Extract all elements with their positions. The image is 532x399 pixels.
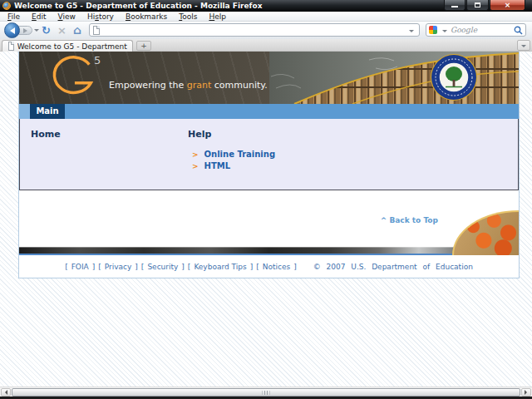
- menu-bookmarks[interactable]: Bookmarks: [120, 12, 173, 22]
- nav-bar-segment: [19, 104, 30, 119]
- maximize-icon: [475, 2, 480, 7]
- list-all-tabs-button[interactable]: [517, 40, 530, 51]
- tab-welcome-g5[interactable]: Welcome to G5 - Department of Edu...: [2, 40, 133, 52]
- url-input[interactable]: [103, 25, 406, 35]
- bracket: [: [141, 263, 145, 271]
- department-of-education-seal-icon: [431, 54, 477, 101]
- reload-button[interactable]: ↻: [42, 23, 51, 37]
- scroll-left-button[interactable]: [1, 388, 11, 397]
- bracket: ]: [250, 263, 254, 271]
- tab-bar: Welcome to G5 - Department of Edu... +: [0, 39, 532, 52]
- menu-tools[interactable]: Tools: [173, 12, 203, 22]
- menu-bar: File Edit View History Bookmarks Tools H…: [0, 12, 532, 22]
- google-icon: [429, 26, 437, 34]
- horizontal-scrollbar[interactable]: [0, 387, 532, 397]
- bracket: ]: [92, 263, 96, 271]
- site-nav-bar: Main: [19, 104, 519, 119]
- scroll-right-button[interactable]: [521, 388, 531, 397]
- footer-link-privacy[interactable]: Privacy: [105, 263, 132, 271]
- scroll-right-icon: [525, 390, 530, 395]
- link-online-training[interactable]: >Online Training: [192, 150, 275, 159]
- page-viewport: 5 Empowering the grant community.: [0, 52, 532, 387]
- bracket: [: [256, 263, 259, 271]
- bracket: [: [98, 263, 101, 271]
- g5-banner: 5 Empowering the grant community.: [19, 52, 519, 104]
- close-button[interactable]: ×: [490, 0, 525, 11]
- new-tab-button[interactable]: +: [136, 41, 151, 51]
- arrow-bullet-icon: >: [192, 162, 199, 170]
- help-heading: Help: [188, 129, 211, 140]
- bracket: [: [65, 263, 68, 271]
- content-panel: Home Help >Online Training >HTML: [19, 119, 519, 190]
- metal-divider-strip: [19, 247, 519, 254]
- minimize-icon: [451, 6, 458, 7]
- site-favicon-icon: [93, 26, 100, 35]
- menu-file[interactable]: File: [2, 12, 26, 22]
- tab-favicon-icon: [8, 42, 14, 51]
- g5-logo-icon: [49, 54, 97, 102]
- history-dropdown-icon[interactable]: [34, 29, 39, 34]
- footer-link-security[interactable]: Security: [147, 263, 178, 271]
- menu-edit[interactable]: Edit: [26, 12, 52, 22]
- search-engine-dropdown-icon[interactable]: [442, 30, 447, 35]
- footer-link-notices[interactable]: Notices: [263, 263, 290, 271]
- chevron-down-icon: [521, 45, 526, 50]
- bracket: ]: [181, 263, 185, 271]
- copyright-text: © 2007 U.S. Department of Education: [313, 263, 473, 271]
- g5-logo-sup: 5: [94, 54, 101, 66]
- url-dropdown-icon[interactable]: [409, 30, 414, 35]
- bracket: [: [188, 263, 191, 271]
- window-title: Welcome to G5 - Department of Education …: [14, 2, 263, 10]
- footer-link-keyboard-tips[interactable]: Keyboard Tips: [194, 263, 246, 271]
- search-bar[interactable]: [426, 23, 526, 37]
- scrollbar-grip-icon: [263, 391, 270, 395]
- firefox-icon: [2, 2, 11, 10]
- close-icon: ×: [505, 1, 511, 10]
- maximize-button[interactable]: [466, 0, 489, 11]
- menu-history[interactable]: History: [81, 12, 120, 22]
- forward-button[interactable]: [18, 26, 32, 35]
- banner-photo-collage: [269, 52, 519, 104]
- back-button[interactable]: [4, 22, 20, 38]
- window-controls: ×: [444, 0, 525, 11]
- browser-window: Welcome to G5 - Department of Education …: [0, 0, 532, 399]
- link-html[interactable]: >HTML: [192, 161, 230, 170]
- title-bar[interactable]: Welcome to G5 - Department of Education …: [0, 0, 532, 12]
- classroom-chairs-photo: [452, 210, 519, 255]
- scrollbar-thumb[interactable]: [12, 388, 520, 397]
- home-button[interactable]: ⌂: [73, 23, 81, 37]
- scroll-left-icon: [2, 390, 7, 395]
- banner-tagline: Empowering the grant community.: [109, 80, 268, 91]
- page-footer: [FOIA] [Privacy] [Security] [Keyboard Ti…: [19, 255, 519, 278]
- forward-icon: [23, 28, 27, 33]
- back-to-top-link[interactable]: ^ Back to Top: [381, 216, 438, 224]
- minimize-button[interactable]: [444, 0, 466, 11]
- arrow-bullet-icon: >: [192, 150, 199, 159]
- url-bar[interactable]: [89, 23, 420, 37]
- menu-view[interactable]: View: [52, 12, 81, 22]
- tab-main[interactable]: Main: [30, 104, 65, 119]
- navigation-toolbar: ↻ × ⌂: [0, 22, 532, 39]
- menu-help[interactable]: Help: [203, 12, 232, 22]
- search-input[interactable]: [451, 25, 514, 35]
- home-heading: Home: [31, 129, 61, 140]
- g5-page: 5 Empowering the grant community.: [18, 52, 520, 278]
- bracket: ]: [135, 263, 138, 271]
- back-icon: [10, 27, 15, 34]
- stop-button[interactable]: ×: [57, 23, 66, 37]
- bracket: ]: [293, 263, 297, 271]
- footer-link-foia[interactable]: FOIA: [71, 263, 89, 271]
- search-icon[interactable]: [514, 26, 523, 35]
- tab-label: Welcome to G5 - Department of Edu...: [17, 42, 128, 51]
